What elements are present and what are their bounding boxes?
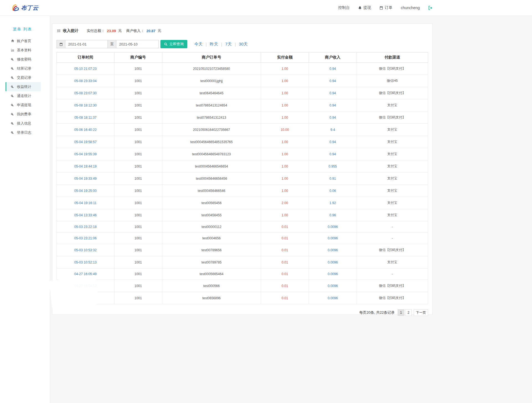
order-time[interactable]: 05-08 23:07:30 [57,87,114,99]
order-time[interactable]: 05-04 19:16:11 [57,197,114,209]
table-row: 05-10 21:07:231001202105102107234585801.… [57,63,428,75]
brand-name: 布丁云 [21,4,39,12]
order-time[interactable]: 05-04 19:44:19 [57,160,114,173]
table-row: 05-04 19:44:191001test0004564665466541.0… [57,160,428,173]
sidebar-item-4[interactable]: 结算记录 [0,64,50,73]
calendar-icon [57,40,65,48]
nav-link-label: 提现 [363,5,371,10]
order-time[interactable]: 05-08 18:12:30 [57,99,114,111]
paid-amount: 0.01 [261,280,309,292]
merchant-income: 0.06 [309,185,357,197]
quick-link-1[interactable]: 今天 [191,42,206,47]
sidebar-item-label: 登录日志 [17,130,31,135]
quick-link-4[interactable]: 30天 [236,42,251,47]
column-header: 商户收入 [309,52,357,63]
table-row: 1001test06568960.010.0096微信【扫码支付】 [57,292,428,304]
payment-channel: - [357,221,428,233]
sidebar-item-label: 申请提现 [17,103,31,108]
pagination-summary: 每页20条, 共22条记录 [359,310,395,315]
date-from-input[interactable] [65,40,108,48]
nav-link-4[interactable]: chuncheng [401,6,420,10]
page-title: 收入统计 [63,28,78,33]
order-time[interactable]: 04-27 16:05:49 [57,268,114,280]
income-total-value: 20.87 [147,29,156,33]
key-icon [11,85,14,88]
payment-channel: - [357,268,428,280]
brand-logo-icon [11,4,19,12]
merchant-income: 0.94 [309,75,357,87]
logout-icon[interactable] [428,6,433,10]
sidebar-item-10[interactable]: 接入信息 [0,119,50,128]
merchant-order-no: test00045646656456 [162,173,261,185]
merchant-income: 0.0096 [309,280,357,292]
nav-link-label: 控制台 [338,5,350,10]
sidebar-title: 菜单 列表 [0,24,50,36]
payment-channel: 支付宝 [357,136,428,148]
table-row: 05-03 23:21:061001test00046560.010.0096- [57,233,428,244]
payment-channel: 微信【扫码支付】 [357,63,428,75]
table-row: 04-27 16:04:521001test0005660.010.0096微信… [57,280,428,292]
order-time[interactable]: 05-04 19:58:57 [57,136,114,148]
sidebar-item-5[interactable]: 交易记录 [0,73,50,82]
paid-amount: 1.00 [261,63,309,75]
merchant-income: 0.96 [309,209,357,221]
sidebar-item-7[interactable]: 通道统计 [0,91,50,100]
order-time[interactable]: 05-10 21:07:23 [57,63,114,75]
order-time[interactable] [57,292,114,304]
merchant-income: 0.0096 [309,268,357,280]
next-page-button[interactable]: 下一页 [414,309,428,316]
sidebar-item-6[interactable]: 收益统计 [6,82,41,91]
sidebar-item-3[interactable]: 修改密码 [0,55,50,64]
merchant-id: 1001 [114,173,162,185]
payment-channel: 支付宝 [357,185,428,197]
order-time[interactable]: 05-08 18:11:37 [57,111,114,124]
page-button-1[interactable]: 1 [398,309,404,316]
nav-link-1[interactable]: 控制台 [338,5,350,10]
sidebar-item-9[interactable]: 我的费率 [0,110,50,119]
merchant-order-no: test00456455 [162,209,261,221]
merchant-income: 0.0096 [309,233,357,244]
orders-table: 订单时间商户编号商户订单号实付金额商户收入付款渠道 05-10 21:07:23… [57,52,428,304]
order-time[interactable]: 05-06 16:40:22 [57,124,114,136]
order-time[interactable]: 05-04 19:33:49 [57,173,114,185]
order-time[interactable]: 05-04 19:25:00 [57,185,114,197]
table-row: 05-03 10:53:321001test007896560.010.0096… [57,244,428,256]
merchant-order-no: 20210506164022735667 [162,124,261,136]
order-time[interactable]: 04-27 16:04:52 [57,280,114,292]
payment-channel: 微信H5 [357,75,428,87]
paid-amount: 2.00 [261,197,309,209]
order-time[interactable]: 05-03 10:53:32 [57,244,114,256]
nav-link-3[interactable]: 订单 [379,5,392,10]
quick-links: 今天|昨天|7天|30天 [191,42,251,47]
quick-link-2[interactable]: 昨天 [207,42,221,47]
table-row: 05-04 13:33:461001test004564551.000.96支付… [57,209,428,221]
nav-link-2[interactable]: 提现 [358,5,371,10]
date-to-input[interactable] [116,40,159,48]
page-button-2[interactable]: 2 [405,309,412,316]
sidebar-item-11[interactable]: 登录日志 [0,128,50,137]
table-row: 05-08 23:07:301001test06454646451.000.94… [57,87,428,99]
order-time[interactable]: 05-04 19:55:39 [57,148,114,160]
sidebar-item-label: 基本资料 [17,48,31,53]
order-time[interactable]: 05-03 23:21:06 [57,233,114,244]
payment-channel: 支付宝 [357,160,428,173]
paid-amount: 0.01 [261,244,309,256]
sidebar-item-label: 交易记录 [17,75,31,80]
sidebar-item-8[interactable]: 申请提现 [0,100,50,110]
pagination-pages: 12 [398,309,412,316]
sidebar-item-2[interactable]: 基本资料 [0,45,50,55]
quick-link-3[interactable]: 7天 [222,42,235,47]
brand[interactable]: 布丁云 [11,4,39,12]
merchant-income: 0.0096 [309,256,357,268]
query-button[interactable]: 立即查询 [160,40,187,48]
order-time[interactable]: 05-04 13:33:46 [57,209,114,221]
merchant-income: 0.0096 [309,221,357,233]
order-time[interactable]: 05-03 10:52:13 [57,256,114,268]
payment-channel: 支付宝 [357,99,428,111]
table-header-row: 订单时间商户编号商户订单号实付金额商户收入付款渠道 [57,52,428,63]
sidebar-item-1[interactable]: 账户首页 [0,36,50,45]
merchant-id: 1001 [114,256,162,268]
order-time[interactable]: 05-03 23:22:18 [57,221,114,233]
order-time[interactable]: 05-08 23:33:04 [57,75,114,87]
merchant-id: 1001 [114,233,162,244]
